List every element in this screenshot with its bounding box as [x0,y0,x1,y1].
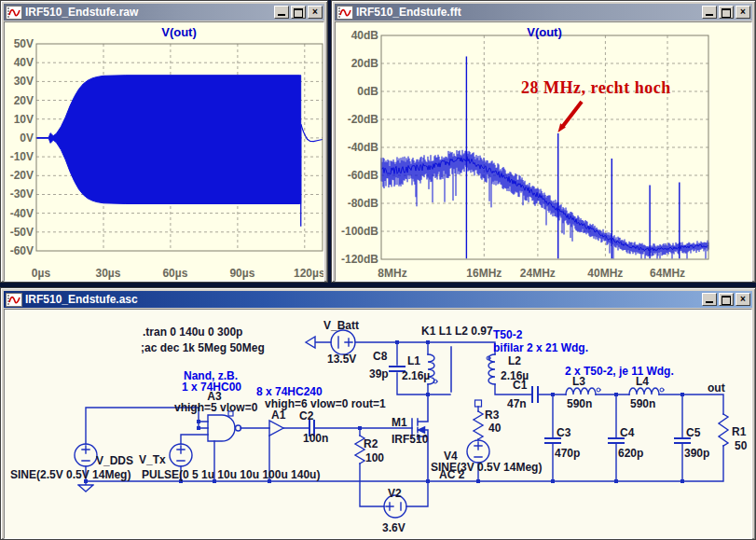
x-tick-label: 16MHz [466,267,502,280]
y-tick-label: -60V [10,244,34,257]
minimize-icon [706,14,713,16]
annotation-arrow [563,102,582,126]
source-v4[interactable] [467,440,489,463]
y-tick-label: -60dB [348,169,379,182]
label-c5: C5 [686,426,701,439]
source-v-batt[interactable] [306,330,355,354]
value-l3: 590n [567,397,592,410]
y-tick-label: 40dB [351,29,379,42]
label-c1: C1 [513,379,528,392]
titlebar-raw[interactable]: IRF510_Endstufe.raw × [4,4,324,21]
maximize-button[interactable] [719,293,734,306]
x-tick-label: 0µs [32,267,51,280]
source-v-tx[interactable] [170,444,192,466]
schematic-pane[interactable]: .tran 0 140u 0 300p ;ac dec 1k 5Meg 50Me… [4,309,752,539]
window-title: IRF510_Endstufe.asc [25,293,699,306]
titlebar-fft[interactable]: IRF510_Endstufe.fft × [335,4,752,21]
y-tick-label: 20V [14,94,34,107]
y-tick-label: 20dB [351,57,379,70]
value-c5: 390p [684,447,709,460]
x-tick-label: 120µs [294,267,324,280]
fft-plot[interactable]: 40dB20dB0dB-20dB-40dB-60dB-80dB-100dB-12… [336,22,752,281]
label-v-dds: V_DDS [96,454,133,467]
directive-ac[interactable]: ;ac dec 1k 5Meg 50Meg [141,341,265,354]
label-a1: A1 [271,408,286,422]
minimize-button[interactable] [274,6,289,19]
window-asc[interactable]: IRF510_Endstufe.asc × [0,287,756,540]
plot-title: V(out) [161,25,197,39]
comment-buffer: 8 x 74HC240 [256,385,323,398]
comment-transformer-2: bifilar 2 x 21 Wdg. [493,341,588,354]
label-c4: C4 [620,426,635,439]
label-v2: V2 [388,487,402,500]
value-m1: IRF510 [392,433,429,446]
buffer-a1[interactable] [269,421,283,436]
y-tick-label: -20V [10,169,34,182]
window-title: IRF510_Endstufe.fft [356,6,699,19]
minimize-icon [706,301,713,303]
ltspice-waveform-icon [6,6,22,20]
close-button[interactable]: × [735,6,750,19]
value-v-dds: SINE(2.5V 0.5V 14Meg) [10,468,131,481]
label-r2: R2 [364,437,378,450]
net-flag-arrow-icon [306,337,315,348]
close-button[interactable]: × [308,6,323,19]
x-tick-label: 60µs [162,267,187,280]
value-v-tx: PULSE(0 5 1u 10u 10u 100u 140u) [142,468,320,481]
net-label-out: out [708,381,725,395]
minimize-button[interactable] [702,6,717,19]
label-l4: L4 [636,375,649,388]
y-tick-label: -100dB [341,225,378,238]
y-tick-label: -50V [10,226,34,239]
label-c8: C8 [373,350,388,363]
window-fft[interactable]: IRF510_Endstufe.fft × 40dB20dB0dB-20dB-4… [331,0,756,283]
y-tick-label: -120dB [341,253,378,266]
fft-annotation: 28 MHz, recht hoch [521,78,671,132]
directive-tran[interactable]: .tran 0 140u 0 300p [143,325,242,339]
decay-tail [301,124,323,142]
schematic[interactable]: .tran 0 140u 0 300p ;ac dec 1k 5Meg 50Me… [5,310,752,538]
y-tick-label: 30V [14,75,34,88]
close-button[interactable]: × [735,293,750,306]
maximize-button[interactable] [291,6,306,19]
y-tick-label: -40V [10,207,34,220]
y-tick-label: 10V [14,113,34,126]
raw-plot-pane[interactable]: 50V40V30V20V10V0V-10V-20V-30V-40V-50V-60… [4,21,324,282]
rf-burst-trace[interactable] [36,76,301,204]
annotation-text: 28 MHz, recht hoch [521,78,671,97]
value-c4: 620p [618,447,643,460]
fft-plot-pane[interactable]: 40dB20dB0dB-20dB-40dB-60dB-80dB-100dB-12… [335,21,752,282]
window-raw[interactable]: IRF510_Endstufe.raw × 50V40V30V20V10V0V-… [0,0,328,283]
value-v-batt: 13.5V [327,353,356,366]
y-tick-label: 50V [14,37,34,50]
nand-gate-a3[interactable] [208,411,241,441]
source-v-dds[interactable] [75,444,97,466]
y-tick-label: 40V [14,56,34,69]
params-a3: vhigh=5 vlow=0 [174,401,258,414]
label-c3: C3 [557,426,571,439]
maximize-icon [294,8,303,18]
y-tick-label: -80dB [348,197,379,210]
value-c3: 470p [555,447,580,460]
value-c1: 47n [507,397,527,410]
value-c8: 39p [369,367,389,381]
value-v2: 3.6V [382,521,405,534]
x-tick-label: 40MHz [587,267,623,280]
value-r3: 40 [488,422,502,435]
directive-k1[interactable]: K1 L1 L2 0.97 [421,325,493,338]
grid [381,35,708,259]
time-plot[interactable]: 50V40V30V20V10V0V-10V-20V-30V-40V-50V-60… [5,22,324,281]
y-tick-label: -30V [10,187,34,201]
minimize-button[interactable] [702,293,717,306]
maximize-button[interactable] [719,6,734,19]
titlebar-asc[interactable]: IRF510_Endstufe.asc × [4,291,752,308]
maximize-icon [722,296,731,305]
label-l2: L2 [508,354,521,367]
phase-dot-l3 [597,388,600,392]
value-l4: 590n [630,397,655,410]
plot-title: V(out) [527,25,562,39]
phase-dot-l4 [660,388,664,392]
value-l1: 2.16µ [402,369,430,382]
label-m1: M1 [392,416,407,429]
label-l3: L3 [572,375,585,388]
